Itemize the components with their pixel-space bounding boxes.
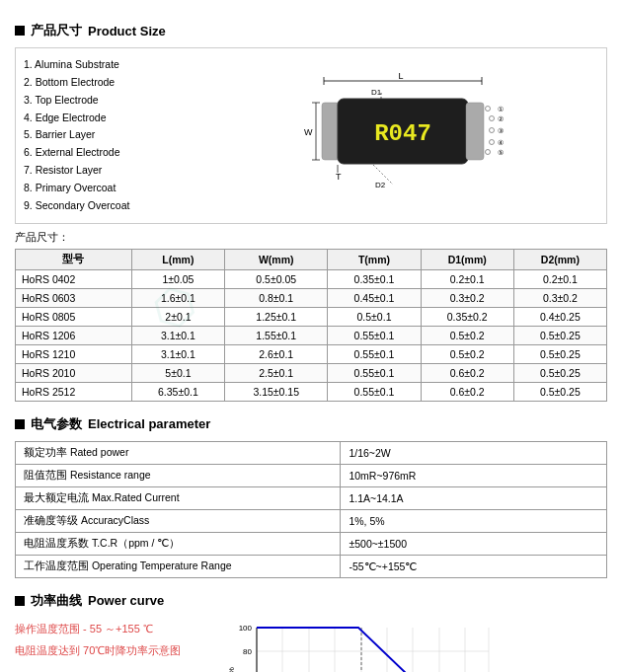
section-square-icon <box>15 26 25 36</box>
part-item-6: 6. External Electrode <box>24 144 196 162</box>
svg-point-12 <box>489 128 494 133</box>
svg-rect-8 <box>466 103 484 160</box>
col-header-d1: D1(mm) <box>421 249 513 269</box>
table-cell: 0.4±0.25 <box>513 307 606 326</box>
table-row: HoRS 04021±0.050.5±0.050.35±0.10.2±0.10.… <box>16 269 607 288</box>
table-row: HoRS 25126.35±0.13.15±0.150.55±0.10.6±0.… <box>16 382 607 401</box>
table-cell: 0.5±0.2 <box>421 344 513 363</box>
table-cell: 1±0.05 <box>131 269 224 288</box>
table-cell: 6.35±0.1 <box>131 382 224 401</box>
svg-text:W: W <box>304 127 313 137</box>
table-cell: 0.2±0.1 <box>421 269 513 288</box>
table-cell: 0.5±0.25 <box>513 326 606 344</box>
table-cell: HoRS 0402 <box>16 269 132 288</box>
table-cell: 0.55±0.1 <box>328 344 421 363</box>
table-row: HoRS 08052±0.11.25±0.10.5±0.10.35±0.20.4… <box>16 307 607 326</box>
param-row: 电阻温度系数 T.C.R（ppm / ℃）±500~±1500 <box>16 532 607 555</box>
param-value: ±500~±1500 <box>341 532 607 555</box>
part-item-9: 9. Secondary Overcoat <box>24 197 196 215</box>
table-cell: 0.55±0.1 <box>328 326 421 344</box>
table-cell: HoRS 2010 <box>16 363 132 382</box>
param-value: 1%, 5% <box>341 509 607 532</box>
table-cell: HoRS 1210 <box>16 344 132 363</box>
svg-text:①: ① <box>498 106 504 112</box>
section-header-electrical: 电气参数 Electrical parameter <box>15 415 607 433</box>
table-row: HoRS 12103.1±0.12.6±0.10.55±0.10.5±0.20.… <box>16 344 607 363</box>
table-cell: 0.5±0.25 <box>513 382 606 401</box>
param-label: 电阻温度系数 T.C.R（ppm / ℃） <box>16 532 341 555</box>
table-cell: 3.1±0.1 <box>131 326 224 344</box>
col-header-t: T(mm) <box>328 249 421 269</box>
power-text-line2: 电阻温度达到 70℃时降功率示意图 <box>15 639 212 661</box>
electrical-param-table: 额定功率 Rated power1/16~2W阻值范围 Resistance r… <box>15 441 607 578</box>
table-cell: 2.6±0.1 <box>225 344 328 363</box>
table-cell: HoRS 0805 <box>16 307 132 326</box>
power-curve-text: 操作温度范围 - 55 ～+155 ℃ 电阻温度达到 70℃时降功率示意图 <box>15 618 212 661</box>
table-header-row: 型号 L(mm) W(mm) T(mm) D1(mm) D2(mm) <box>16 249 607 269</box>
dimensions-label: 产品尺寸： <box>15 230 607 245</box>
svg-text:100: 100 <box>239 624 253 633</box>
table-cell: 2.5±0.1 <box>225 363 328 382</box>
table-cell: 0.5±0.05 <box>225 269 328 288</box>
param-label: 阻值范围 Resistance range <box>16 464 341 486</box>
table-cell: 2±0.1 <box>131 307 224 326</box>
part-item-1: 1. Alumina Substrate <box>24 56 196 74</box>
param-label: 工作温度范围 Operating Temperature Range <box>16 555 341 577</box>
table-cell: 3.15±0.15 <box>225 382 328 401</box>
part-item-3: 3. Top Electrode <box>24 92 196 110</box>
svg-text:80: 80 <box>243 647 252 656</box>
svg-text:L: L <box>398 71 403 81</box>
param-value: 10mR~976mR <box>341 464 607 486</box>
table-cell: HoRS 2512 <box>16 382 132 401</box>
section-title-cn-elec: 电气参数 <box>31 415 82 433</box>
power-chart-svg: 0 20 40 60 80 100 0 20 40 60 80 100 120 … <box>222 618 499 672</box>
param-label: 最大额定电流 Max.Rated Current <box>16 486 341 509</box>
svg-text:③: ③ <box>498 127 504 134</box>
dimensions-table-wrapper: 产品尺寸： 型号 L(mm) W(mm) T(mm) D1(mm) D2(mm)… <box>15 230 607 402</box>
svg-rect-6 <box>322 103 340 160</box>
table-cell: 0.6±0.2 <box>421 363 513 382</box>
col-header-d2: D2(mm) <box>513 249 606 269</box>
param-row: 最大额定电流 Max.Rated Current1.1A~14.1A <box>16 486 607 509</box>
section-header-product-size: 产品尺寸 Product Size <box>15 22 607 39</box>
dimensions-table: 型号 L(mm) W(mm) T(mm) D1(mm) D2(mm) HoRS … <box>15 249 607 402</box>
table-cell: HoRS 0603 <box>16 288 132 307</box>
table-cell: 0.5±0.1 <box>328 307 421 326</box>
table-row: HoRS 12063.1±0.11.55±0.10.55±0.10.5±0.20… <box>16 326 607 344</box>
param-row: 准确度等级 AccuracyClass1%, 5% <box>16 509 607 532</box>
param-value: -55℃~+155℃ <box>341 555 607 577</box>
table-cell: 0.5±0.2 <box>421 326 513 344</box>
part-item-4: 4. Edge Electrode <box>24 110 196 127</box>
part-item-7: 7. Resistor Layer <box>24 162 196 180</box>
col-header-l: L(mm) <box>131 249 224 269</box>
part-item-8: 8. Primary Overcoat <box>24 180 196 197</box>
svg-point-10 <box>485 107 490 112</box>
table-cell: 0.55±0.1 <box>328 382 421 401</box>
svg-point-11 <box>489 116 494 121</box>
svg-text:⑤: ⑤ <box>498 149 504 156</box>
svg-text:D1: D1 <box>371 88 382 97</box>
table-cell: 0.8±0.1 <box>225 288 328 307</box>
table-cell: 0.55±0.1 <box>328 363 421 382</box>
table-cell: 0.3±0.2 <box>513 288 606 307</box>
power-chart: 0 20 40 60 80 100 0 20 40 60 80 100 120 … <box>222 618 607 672</box>
table-cell: 1.55±0.1 <box>225 326 328 344</box>
svg-text:④: ④ <box>498 139 504 146</box>
section-title-cn-power: 功率曲线 <box>31 592 82 610</box>
section-title-en-power: Power curve <box>88 593 164 608</box>
svg-text:R047: R047 <box>374 120 431 147</box>
table-cell: HoRS 1206 <box>16 326 132 344</box>
section-header-power: 功率曲线 Power curve <box>15 592 607 610</box>
param-label: 准确度等级 AccuracyClass <box>16 509 341 532</box>
param-row: 阻值范围 Resistance range10mR~976mR <box>16 464 607 486</box>
parts-list: 1. Alumina Substrate 2. Bottom Electrode… <box>24 56 196 215</box>
product-size-content: 1. Alumina Substrate 2. Bottom Electrode… <box>15 47 607 224</box>
section-square-icon-2 <box>15 419 25 429</box>
table-cell: 1.25±0.1 <box>225 307 328 326</box>
svg-point-13 <box>489 140 494 145</box>
svg-text:T: T <box>336 172 342 182</box>
table-cell: 0.35±0.1 <box>328 269 421 288</box>
diagram-area: L D1 R047 ① <box>206 56 598 215</box>
table-row: HoRS 06031.6±0.10.8±0.10.45±0.10.3±0.20.… <box>16 288 607 307</box>
table-cell: 3.1±0.1 <box>131 344 224 363</box>
